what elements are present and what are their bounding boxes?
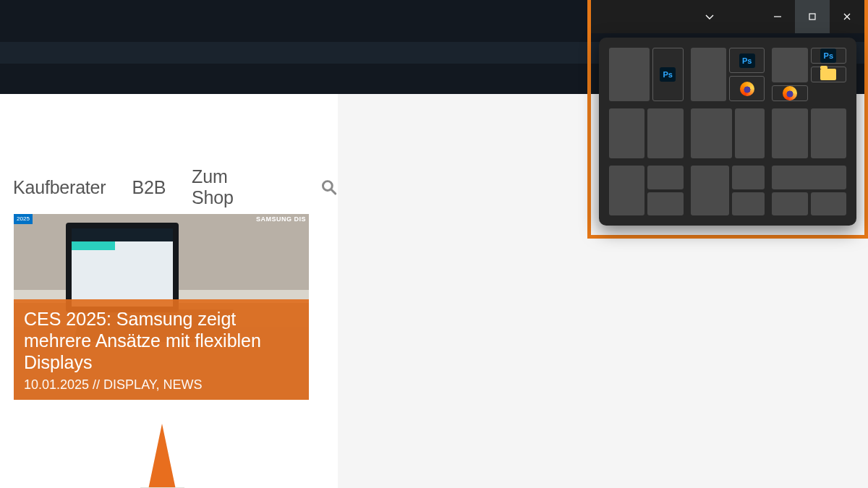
- photoshop-icon: Ps: [739, 53, 755, 68]
- snap-zone: [691, 166, 730, 215]
- snap-zone: [647, 166, 683, 189]
- folder-icon: [820, 69, 836, 80]
- snap-zone: [691, 108, 733, 158]
- site-nav: Kaufberater B2B Zum Shop: [13, 166, 338, 208]
- snap-zone-firefox: [772, 85, 807, 101]
- snap-layout-7[interactable]: [609, 166, 684, 215]
- snap-zone-folder: [811, 67, 846, 82]
- snap-zone-firefox: [729, 76, 765, 101]
- nav-link-kaufberater[interactable]: Kaufberater: [13, 177, 106, 198]
- snap-layout-1[interactable]: Ps: [609, 48, 684, 101]
- snap-zone-photoshop: Ps: [729, 48, 765, 73]
- article-card[interactable]: 2025 SAMSUNG DIS CES 2025: Samsung zeigt…: [14, 214, 309, 400]
- snap-zone: [772, 192, 807, 216]
- article-meta-sep: //: [89, 377, 103, 392]
- photoshop-icon: Ps: [820, 48, 836, 63]
- snap-zone-photoshop: Ps: [811, 48, 846, 64]
- snap-layout-3[interactable]: Ps: [772, 48, 846, 101]
- search-icon[interactable]: [320, 179, 338, 196]
- snap-zone: [647, 108, 683, 158]
- snap-layouts-panel: Ps Ps Ps: [599, 38, 856, 226]
- svg-rect-3: [809, 14, 815, 20]
- snap-zone-photoshop: Ps: [652, 48, 684, 101]
- window-caption-buttons: [591, 0, 864, 33]
- article-title: CES 2025: Samsung zeigt mehrere Ansätze …: [24, 308, 299, 373]
- snap-zone: [811, 108, 846, 158]
- snap-layout-5[interactable]: [691, 108, 765, 158]
- snap-layout-6[interactable]: [772, 108, 846, 158]
- snap-zone: [811, 192, 846, 216]
- snap-zone: [772, 48, 807, 82]
- snap-zone: [735, 108, 765, 158]
- firefox-icon: [740, 82, 754, 96]
- snap-zone: [609, 108, 644, 158]
- snap-zone: [732, 192, 765, 216]
- article-meta: 10.01.2025 // DISPLAY, NEWS: [24, 377, 299, 393]
- snap-layout-4[interactable]: [609, 108, 684, 158]
- firefox-icon: [783, 86, 797, 100]
- article-categories: DISPLAY, NEWS: [103, 377, 202, 392]
- snap-layout-2[interactable]: Ps: [691, 48, 765, 101]
- close-button[interactable]: [830, 0, 864, 33]
- thumbnail-badge-left: 2025: [14, 214, 33, 224]
- nav-link-shop[interactable]: Zum Shop: [192, 166, 273, 208]
- titlebar-dropdown[interactable]: [659, 0, 760, 33]
- snap-zone: [772, 108, 807, 158]
- snap-zone: [691, 48, 726, 101]
- snap-layout-8[interactable]: [691, 166, 765, 215]
- vlc-cone-icon: [129, 424, 196, 488]
- snap-zone: [647, 192, 683, 216]
- snap-zone: [772, 166, 846, 189]
- snap-zone: [609, 48, 650, 101]
- snap-zone: [609, 166, 644, 215]
- snap-zone: [732, 166, 765, 189]
- page-content: Kaufberater B2B Zum Shop 2025 SAMSUNG DI…: [0, 94, 338, 488]
- photoshop-icon: Ps: [660, 67, 676, 82]
- nav-link-b2b[interactable]: B2B: [132, 177, 166, 198]
- snap-layout-9[interactable]: [772, 166, 846, 215]
- article-date: 10.01.2025: [24, 377, 89, 392]
- article-card-2[interactable]: [14, 416, 309, 488]
- minimize-button[interactable]: [760, 0, 795, 33]
- svg-line-1: [331, 189, 336, 194]
- maximize-button[interactable]: [795, 0, 830, 33]
- thumbnail-badge-right: SAMSUNG DIS: [253, 214, 309, 224]
- article-overlay: CES 2025: Samsung zeigt mehrere Ansätze …: [14, 299, 309, 400]
